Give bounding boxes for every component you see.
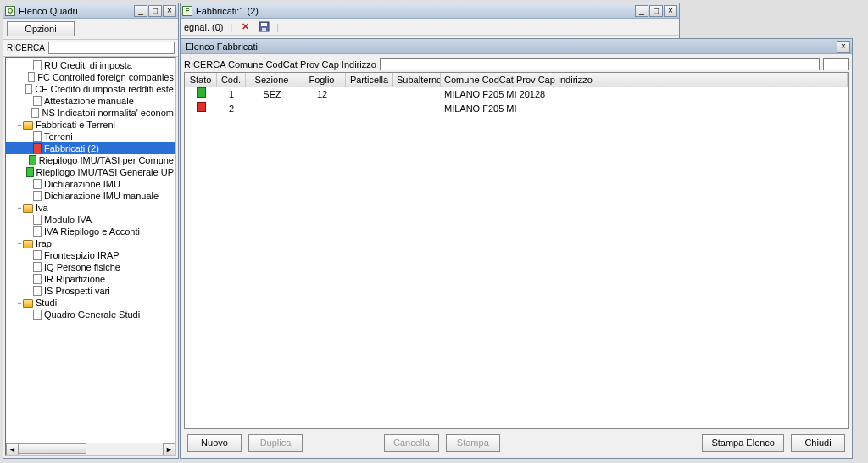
tree-leaf[interactable]: IR Ripartizione xyxy=(6,273,175,285)
scroll-right-arrow[interactable]: ► xyxy=(163,443,175,455)
col-comune[interactable]: Comune CodCat Prov Cap Indirizzo xyxy=(441,73,848,87)
cell-particella xyxy=(346,102,393,116)
tree-leaf[interactable]: Modulo IVA xyxy=(6,214,175,226)
nuovo-button[interactable]: Nuovo xyxy=(187,434,242,452)
tree-leaf[interactable]: IS Prospetti vari xyxy=(6,285,175,297)
fabbricati-title: Fabbricati:1 (2) xyxy=(196,6,632,16)
col-stato[interactable]: Stato xyxy=(185,73,217,87)
dialog-titlebar[interactable]: Elenco Fabbricati × xyxy=(181,39,852,54)
tree-leaf[interactable]: IVA Riepilogo e Acconti xyxy=(6,226,175,237)
minimize-button[interactable]: _ xyxy=(635,5,648,17)
dialog-close-button[interactable]: × xyxy=(837,41,850,53)
tree-expander-icon[interactable]: − xyxy=(16,119,23,131)
table-row[interactable]: 1SEZ12MILANO F205 MI 20128 xyxy=(185,87,848,102)
tree-leaf[interactable]: IQ Persone fisiche xyxy=(6,261,175,273)
cell-sezione: SEZ xyxy=(246,87,298,102)
tree-leaf[interactable]: Terreni xyxy=(6,131,175,142)
dialog-search-label: RICERCA Comune CodCat Prov Cap Indirizzo xyxy=(184,59,376,70)
folder-icon xyxy=(23,121,33,130)
col-foglio[interactable]: Foglio xyxy=(298,73,346,87)
tree-leaf[interactable]: Attestazione manuale xyxy=(6,95,175,107)
maximize-button[interactable]: □ xyxy=(649,5,663,17)
elenco-quadri-titlebar[interactable]: Q Elenco Quadri _ □ × xyxy=(3,3,178,19)
cancella-button[interactable]: Cancella xyxy=(384,434,439,452)
grid-header[interactable]: Stato Cod. Sezione Foglio Particella Sub… xyxy=(185,73,848,87)
tree-leaf[interactable]: FC Controlled foreign companies xyxy=(6,71,175,83)
table-row[interactable]: 2MILANO F205 MI xyxy=(185,102,848,116)
document-icon xyxy=(33,215,42,225)
minimize-button[interactable]: _ xyxy=(134,5,147,17)
tree-leaf[interactable]: Riepilogo IMU/TASI Generale UP xyxy=(6,166,175,178)
tree-item-label: Terreni xyxy=(44,131,73,142)
scroll-thumb[interactable] xyxy=(19,443,86,454)
tree-item-label: Attestazione manuale xyxy=(44,95,134,107)
scroll-left-arrow[interactable]: ◄ xyxy=(6,443,19,455)
tree-leaf[interactable]: Dichiarazione IMU manuale xyxy=(6,190,175,202)
tree-leaf[interactable]: Riepilogo IMU/TASI per Comune xyxy=(6,154,175,166)
document-green-icon xyxy=(29,155,36,165)
cell-foglio: 12 xyxy=(298,87,346,102)
ricerca-input[interactable] xyxy=(48,42,175,54)
close-button[interactable]: × xyxy=(664,5,677,17)
close-button[interactable]: × xyxy=(163,5,176,17)
duplica-button[interactable]: Duplica xyxy=(248,434,303,452)
maximize-button[interactable]: □ xyxy=(148,5,162,17)
document-red-icon xyxy=(33,143,42,153)
tree-leaf[interactable]: CE Credito di imposta redditi este xyxy=(6,83,175,95)
ricerca-label: RICERCA xyxy=(7,43,45,53)
app-icon: F xyxy=(182,6,192,16)
cell-sezione xyxy=(246,102,298,116)
cell-particella xyxy=(346,87,393,102)
fabbricati-titlebar[interactable]: F Fabbricati:1 (2) _ □ × xyxy=(181,3,679,19)
document-icon xyxy=(33,310,42,320)
dialog-search-aux-input[interactable] xyxy=(823,58,849,70)
tree-leaf[interactable]: RU Crediti di imposta xyxy=(6,59,175,71)
tree-folder[interactable]: −Iva xyxy=(6,202,175,214)
tree-expander-icon[interactable]: − xyxy=(16,237,23,249)
col-sezione[interactable]: Sezione xyxy=(246,73,298,87)
tree-folder[interactable]: −Fabbricati e Terreni xyxy=(6,119,175,131)
toolbar-tab-label[interactable]: egnal. (0) xyxy=(184,22,223,32)
dialog-button-bar: Nuovo Duplica Cancella Stampa Stampa Ele… xyxy=(184,431,849,455)
tree-item-label: IR Ripartizione xyxy=(44,273,105,285)
quadri-tree[interactable]: RU Crediti di impostaFC Controlled forei… xyxy=(5,57,176,456)
tree-hscrollbar[interactable]: ◄ ► xyxy=(6,443,175,455)
tree-expander-icon[interactable]: − xyxy=(16,297,23,309)
tree-item-label: Riepilogo IMU/TASI Generale UP xyxy=(36,166,174,178)
document-icon xyxy=(33,96,42,106)
opzioni-button[interactable]: Opzioni xyxy=(7,21,75,36)
tree-folder[interactable]: −Studi xyxy=(6,297,175,309)
stampa-elenco-button[interactable]: Stampa Elenco xyxy=(702,434,784,452)
cell-cod: 1 xyxy=(217,87,246,102)
tree-leaf[interactable]: Dichiarazione IMU xyxy=(6,178,175,190)
document-icon xyxy=(33,179,42,189)
document-icon xyxy=(33,226,42,237)
cell-cod: 2 xyxy=(217,102,246,116)
tree-item-label: IS Prospetti vari xyxy=(44,285,110,297)
tree-leaf[interactable]: NS Indicatori normalita' econom xyxy=(6,107,175,119)
save-icon[interactable] xyxy=(258,21,270,33)
tree-leaf[interactable]: Fabbricati (2) xyxy=(6,142,175,154)
tree-item-label: Modulo IVA xyxy=(44,214,92,226)
tree-folder[interactable]: −Irap xyxy=(6,237,175,249)
stampa-button[interactable]: Stampa xyxy=(446,434,500,452)
document-icon xyxy=(33,131,42,142)
chiudi-button[interactable]: Chiudi xyxy=(791,434,845,452)
delete-icon[interactable]: ✕ xyxy=(239,21,251,33)
tree-item-label: RU Crediti di imposta xyxy=(44,59,132,71)
tree-leaf[interactable]: Frontespizio IRAP xyxy=(6,249,175,261)
col-cod[interactable]: Cod. xyxy=(217,73,246,87)
col-particella[interactable]: Particella xyxy=(346,73,393,87)
tree-item-label: Irap xyxy=(36,237,52,249)
tree-item-label: IVA Riepilogo e Acconti xyxy=(44,226,140,237)
col-subalterno[interactable]: Subalterno xyxy=(393,73,441,87)
tree-leaf[interactable]: Quadro Generale Studi xyxy=(6,309,175,321)
elenco-fabbricati-dialog: Elenco Fabbricati × RICERCA Comune CodCa… xyxy=(180,38,853,459)
tree-item-label: NS Indicatori normalita' econom xyxy=(42,107,174,119)
document-icon xyxy=(25,84,32,94)
document-green-icon xyxy=(26,167,33,177)
tree-expander-icon[interactable]: − xyxy=(16,202,23,214)
dialog-search-input[interactable] xyxy=(380,58,820,70)
fabbricati-grid[interactable]: Stato Cod. Sezione Foglio Particella Sub… xyxy=(184,72,849,429)
cell-comune: MILANO F205 MI xyxy=(441,102,848,116)
